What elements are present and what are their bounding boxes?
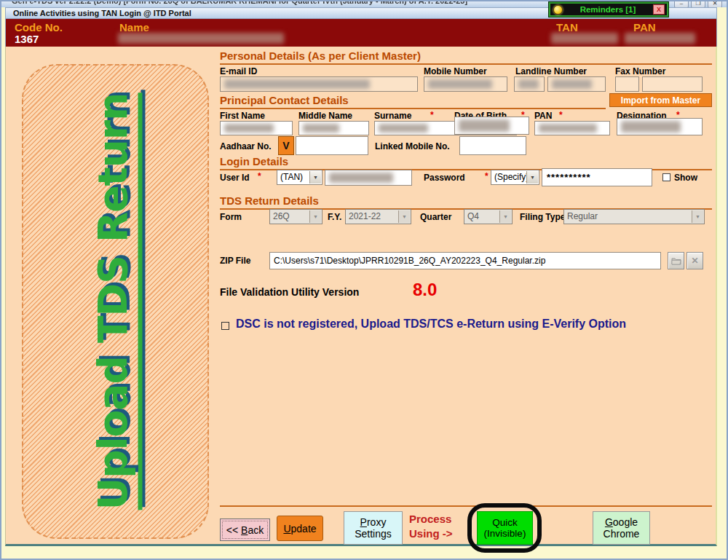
email-field[interactable] bbox=[220, 76, 418, 92]
back-button-label: << Back bbox=[226, 524, 264, 536]
landline-number-field[interactable] bbox=[547, 76, 606, 92]
upload-tds-banner: Upload TDS Return bbox=[22, 64, 209, 539]
zip-file-label: ZIP File bbox=[220, 256, 250, 266]
chevron-down-icon[interactable]: ▼ bbox=[526, 171, 538, 184]
mobile-label: Mobile Number bbox=[424, 66, 487, 76]
required-asterisk: * bbox=[485, 171, 488, 181]
mobile-field[interactable] bbox=[424, 76, 507, 92]
google-chrome-button[interactable]: Google Chrome bbox=[593, 511, 650, 545]
pan-field[interactable] bbox=[534, 121, 610, 135]
update-button-label: Update bbox=[283, 523, 316, 535]
zip-file-path-field[interactable]: C:\Users\s71\Desktop\JPRR10291B_26Q_AY20… bbox=[269, 252, 661, 269]
redacted-value bbox=[224, 79, 370, 89]
name-label: Name bbox=[119, 21, 149, 33]
banner-title: Upload TDS Return bbox=[89, 93, 135, 510]
browse-folder-button[interactable] bbox=[668, 252, 684, 269]
clear-zip-button[interactable]: ✕ bbox=[687, 252, 703, 269]
password-type-dropdown[interactable]: (Specify) ▼ bbox=[491, 170, 539, 185]
pan-redacted-value bbox=[625, 33, 695, 44]
personal-details-heading: Personal Details (As per Client Master) bbox=[220, 50, 421, 62]
chevron-down-icon: ▼ bbox=[309, 210, 321, 223]
close-button[interactable]: ✕ bbox=[708, 1, 722, 7]
redacted-value bbox=[552, 79, 592, 89]
chevron-down-icon: ▼ bbox=[398, 210, 410, 223]
clear-icon: ✕ bbox=[691, 256, 698, 266]
dsc-option-label: DSC is not registered, Upload TDS/TCS e-… bbox=[236, 318, 626, 331]
first-name-field[interactable] bbox=[220, 121, 293, 135]
landline-label: Landline Number bbox=[515, 66, 587, 76]
import-from-master-button[interactable]: Import from Master bbox=[609, 93, 712, 107]
fvu-version-value: 8.0 bbox=[413, 280, 437, 300]
dsc-checkbox[interactable] bbox=[221, 322, 229, 330]
quick-invisible-button[interactable]: Quick (Invisible) bbox=[477, 511, 533, 545]
fvu-version-label: File Validation Utility Version bbox=[220, 286, 359, 298]
update-button[interactable]: Update bbox=[277, 516, 323, 541]
quarter-dropdown[interactable]: Q4 ▼ bbox=[464, 209, 513, 224]
redacted-value bbox=[621, 121, 681, 133]
linked-mobile-label: Linked Mobile No. bbox=[375, 141, 450, 151]
section-divider bbox=[220, 63, 712, 65]
fax-number-field[interactable] bbox=[642, 76, 703, 92]
aadhaar-label: Aadhaar No. bbox=[220, 141, 272, 151]
aadhaar-verify-button[interactable]: V bbox=[278, 136, 294, 155]
section-divider bbox=[220, 108, 606, 109]
redacted-value bbox=[379, 124, 428, 133]
fy-dropdown[interactable]: 2021-22 ▼ bbox=[345, 209, 411, 224]
filing-type-value: Regular bbox=[567, 211, 598, 221]
filing-type-label: Filing Type bbox=[520, 212, 565, 222]
redacted-value bbox=[459, 119, 510, 132]
redacted-value bbox=[518, 79, 539, 89]
restore-button[interactable]: ❐ bbox=[691, 1, 705, 7]
pan-label: PAN bbox=[633, 21, 656, 33]
redacted-value bbox=[224, 124, 274, 133]
filing-type-dropdown[interactable]: Regular ▼ bbox=[563, 209, 705, 224]
proxy-settings-button[interactable]: Proxy Settings bbox=[344, 511, 403, 545]
required-asterisk: * bbox=[559, 110, 563, 120]
designation-field[interactable] bbox=[617, 118, 703, 135]
child-title: Online Activities using TAN Login @ ITD … bbox=[13, 9, 191, 17]
reminders-label: Reminders [1] bbox=[563, 5, 653, 14]
fy-value: 2021-22 bbox=[349, 211, 381, 221]
code-no-value: 1367 bbox=[15, 33, 39, 45]
form-dropdown[interactable]: 26Q ▼ bbox=[269, 209, 323, 224]
minimize-button[interactable]: – bbox=[674, 1, 689, 7]
required-asterisk: * bbox=[430, 110, 434, 120]
email-label: E-mail ID bbox=[220, 66, 257, 76]
quick-line2: (Invisible) bbox=[484, 528, 526, 539]
reminders-close-button[interactable]: X bbox=[653, 4, 665, 15]
middle-name-label: Middle Name bbox=[298, 111, 352, 121]
user-id-field[interactable] bbox=[325, 170, 412, 186]
quarter-value: Q4 bbox=[467, 211, 479, 221]
window-controls: – ❐ ✕ bbox=[674, 1, 722, 7]
process-line1: Process bbox=[409, 512, 453, 527]
chrome-line1: Google bbox=[605, 516, 638, 528]
aadhaar-field[interactable] bbox=[296, 136, 368, 155]
back-button[interactable]: << Back bbox=[220, 518, 270, 541]
middle-name-field[interactable] bbox=[298, 121, 369, 135]
pan-field-label: PAN bbox=[534, 111, 552, 121]
form-label: Form bbox=[220, 212, 242, 222]
user-id-type-value: (TAN) bbox=[280, 172, 303, 182]
landline-std-field[interactable] bbox=[514, 76, 545, 92]
reminders-widget[interactable]: Reminders [1] X bbox=[549, 2, 668, 17]
app-window: Gen e-TDS ver 2.22.2 (Demo) [Form No. 26… bbox=[0, 0, 728, 560]
fax-std-field[interactable] bbox=[615, 76, 639, 92]
proxy-line2: Settings bbox=[355, 528, 392, 540]
chevron-down-icon: ▼ bbox=[692, 210, 703, 223]
bulb-icon bbox=[553, 5, 563, 15]
dob-field[interactable] bbox=[454, 117, 529, 135]
chrome-line2: Chrome bbox=[604, 528, 640, 540]
user-id-type-dropdown[interactable]: (TAN) ▼ bbox=[277, 170, 323, 185]
chevron-down-icon[interactable]: ▼ bbox=[309, 171, 321, 184]
linked-mobile-field[interactable] bbox=[459, 136, 526, 155]
password-field[interactable]: ********** bbox=[542, 168, 652, 186]
fy-label: F.Y. bbox=[328, 212, 341, 222]
required-asterisk: * bbox=[258, 171, 261, 181]
process-line2: Using -> bbox=[409, 527, 453, 541]
quick-line1: Quick bbox=[492, 517, 518, 528]
banner-underline bbox=[138, 93, 142, 510]
footer-divider bbox=[220, 505, 712, 507]
redacted-value bbox=[428, 79, 492, 89]
tan-label: TAN bbox=[556, 21, 578, 33]
show-password-checkbox[interactable] bbox=[662, 173, 670, 181]
